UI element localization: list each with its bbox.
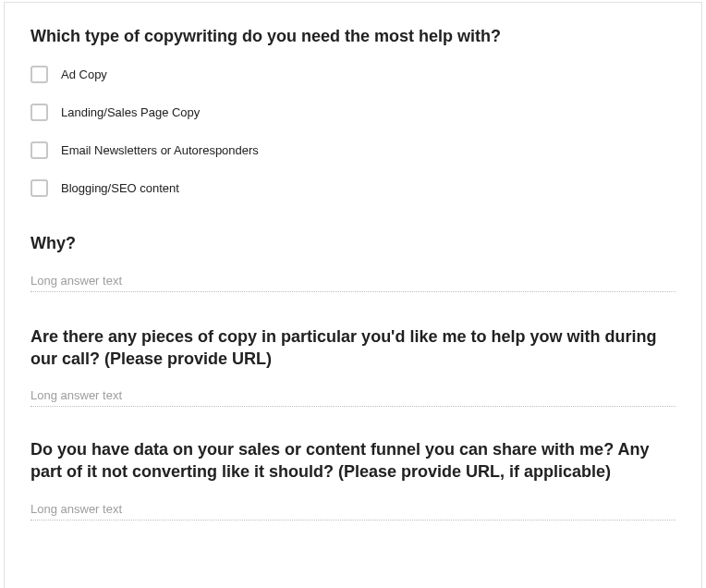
checkbox-icon[interactable]: [30, 179, 48, 197]
question-title: Are there any pieces of copy in particul…: [30, 325, 676, 371]
long-answer-input[interactable]: Long answer text: [30, 502, 676, 521]
option-label: Landing/Sales Page Copy: [61, 105, 200, 119]
checkbox-icon[interactable]: [30, 104, 48, 121]
option-email-newsletters[interactable]: Email Newsletters or Autoresponders: [30, 141, 676, 159]
checkbox-icon[interactable]: [30, 66, 48, 83]
question-copywriting-type: Which type of copywriting do you need th…: [30, 25, 676, 197]
question-title: Do you have data on your sales or conten…: [30, 438, 676, 484]
option-landing-sales[interactable]: Landing/Sales Page Copy: [30, 104, 676, 121]
question-pieces-of-copy: Are there any pieces of copy in particul…: [30, 325, 676, 408]
question-title: Which type of copywriting do you need th…: [30, 25, 676, 47]
long-answer-input[interactable]: Long answer text: [30, 388, 676, 407]
question-why: Why? Long answer text: [30, 232, 676, 291]
checkbox-icon[interactable]: [30, 141, 48, 159]
question-funnel-data: Do you have data on your sales or conten…: [30, 438, 676, 521]
option-ad-copy[interactable]: Ad Copy: [30, 66, 676, 83]
option-label: Email Newsletters or Autoresponders: [61, 143, 259, 157]
option-blogging-seo[interactable]: Blogging/SEO content: [30, 179, 676, 197]
long-answer-input[interactable]: Long answer text: [30, 274, 676, 292]
question-title: Why?: [30, 232, 676, 254]
option-label: Blogging/SEO content: [61, 181, 179, 195]
option-label: Ad Copy: [61, 67, 107, 81]
form-card: Which type of copywriting do you need th…: [4, 2, 702, 588]
